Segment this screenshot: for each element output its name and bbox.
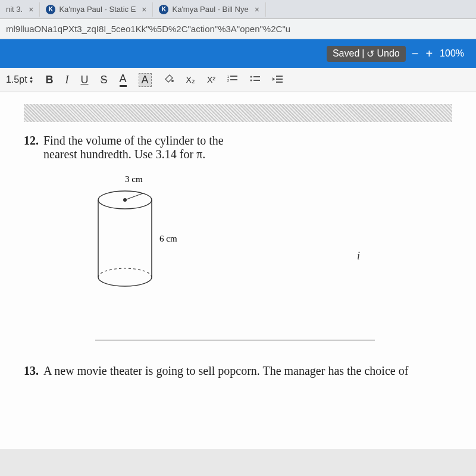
question-12: 12. Find the volume of the cylinder to t…	[24, 134, 452, 161]
subscript-button[interactable]: X₂	[186, 75, 195, 84]
svg-line-14	[125, 193, 143, 200]
svg-rect-4	[230, 79, 237, 80]
outdent-icon[interactable]	[273, 74, 283, 86]
font-size-value: 1.5pt	[6, 74, 27, 85]
answer-blank-line	[95, 340, 375, 340]
undo-icon[interactable]: ↺	[367, 48, 374, 60]
zoom-level: 100%	[440, 48, 464, 59]
worksheet-page: 12. Find the volume of the cylinder to t…	[0, 92, 476, 449]
svg-rect-10	[276, 79, 283, 80]
tab-label: Ka'mya Paul - Bill Nye	[172, 5, 248, 14]
strikethrough-button[interactable]: S	[101, 74, 108, 86]
stepper-arrows-icon: ▲▼	[29, 76, 34, 84]
svg-rect-8	[253, 80, 260, 81]
undo-label[interactable]: Undo	[377, 48, 399, 59]
superscript-button[interactable]: X²	[207, 75, 215, 84]
question-number: 12.	[24, 134, 39, 161]
stray-i: i	[357, 250, 360, 262]
height-label: 6 cm	[159, 234, 177, 243]
font-color-button[interactable]: A	[120, 73, 127, 87]
svg-text:2: 2	[227, 79, 229, 82]
k-icon: K	[46, 5, 55, 14]
close-icon[interactable]: ×	[255, 5, 259, 14]
radius-label: 3 cm	[125, 174, 143, 184]
tab-1[interactable]: nit 3. ×	[0, 2, 40, 17]
question-text: A new movie theater is going to sell pop…	[43, 364, 408, 378]
browser-tabs: nit 3. × K Ka'mya Paul - Static E × K Ka…	[0, 0, 476, 19]
texture-band	[24, 104, 452, 122]
svg-rect-6	[253, 76, 260, 77]
font-size-selector[interactable]: 1.5pt ▲▼	[6, 74, 34, 85]
highlight-button[interactable]: A	[139, 73, 152, 87]
svg-point-5	[250, 76, 252, 77]
tab-3[interactable]: K Ka'mya Paul - Bill Nye ×	[153, 2, 265, 17]
cylinder-diagram: 3 cm 6 cm	[83, 173, 202, 310]
tab-label: Ka'mya Paul - Static E	[59, 5, 136, 14]
close-icon[interactable]: ×	[29, 5, 33, 14]
italic-button[interactable]: I	[65, 74, 69, 86]
saved-undo-group: Saved | ↺ Undo	[327, 46, 406, 62]
bold-button[interactable]: B	[46, 74, 54, 86]
app-header: Saved | ↺ Undo − + 100%	[0, 39, 476, 68]
divider: |	[362, 48, 364, 59]
question-number: 13.	[24, 364, 39, 378]
svg-point-7	[250, 79, 252, 81]
url-bar[interactable]: ml9lluaONa1qPXt3_zqI8I_5ceo1Kk"%5D%2C"ac…	[0, 19, 476, 39]
bullet-list-icon[interactable]	[250, 74, 261, 86]
k-icon: K	[159, 5, 168, 14]
question-text: Find the volume of the cylinder to the n…	[43, 134, 224, 161]
svg-point-0	[171, 80, 174, 82]
paint-bucket-icon[interactable]	[164, 73, 174, 87]
svg-rect-11	[276, 82, 283, 83]
underline-button[interactable]: U	[81, 74, 89, 86]
zoom-out-button[interactable]: −	[412, 47, 419, 61]
formatting-toolbar: 1.5pt ▲▼ B I U S A A X₂ X² 12	[0, 68, 476, 92]
zoom-controls: − + 100%	[412, 47, 464, 61]
numbered-list-icon[interactable]: 12	[227, 74, 238, 86]
close-icon[interactable]: ×	[142, 5, 146, 14]
tab-label: nit 3.	[6, 5, 23, 14]
svg-rect-9	[276, 76, 283, 77]
svg-rect-2	[230, 76, 237, 77]
tab-2[interactable]: K Ka'mya Paul - Static E ×	[40, 2, 153, 17]
zoom-in-button[interactable]: +	[425, 47, 433, 61]
saved-label: Saved	[333, 48, 359, 59]
question-13: 13. A new movie theater is going to sell…	[24, 364, 452, 378]
